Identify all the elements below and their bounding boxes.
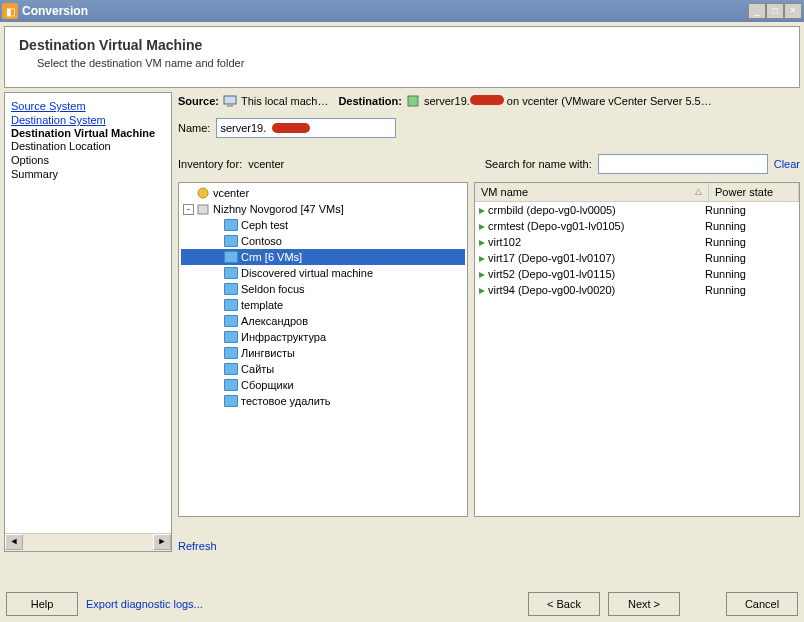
tree-folder-8[interactable]: Лингвисты <box>181 345 465 361</box>
export-diagnostic-logs-link[interactable]: Export diagnostic logs... <box>86 598 203 610</box>
refresh-link[interactable]: Refresh <box>178 540 800 552</box>
tree-folder-1[interactable]: Contoso <box>181 233 465 249</box>
search-label: Search for name with: <box>485 158 592 170</box>
svg-rect-2 <box>408 96 418 106</box>
server-icon <box>406 94 420 108</box>
window-title: Conversion <box>22 4 748 18</box>
folder-icon <box>224 331 238 343</box>
help-button[interactable]: Help <box>6 592 78 616</box>
vm-state: Running <box>705 220 795 232</box>
vm-list-panel: VM name△ Power state ▸crmbild (depo-vg0-… <box>474 182 800 517</box>
close-button[interactable]: × <box>784 3 802 19</box>
vm-state: Running <box>705 236 795 248</box>
wizard-steps-sidebar: Source SystemDestination SystemDestinati… <box>4 92 172 552</box>
vm-state: Running <box>705 268 795 280</box>
vm-running-icon: ▸ <box>479 203 485 217</box>
app-icon: ◧ <box>2 3 18 19</box>
tree-folder-7[interactable]: Инфраструктура <box>181 329 465 345</box>
vm-row-5[interactable]: ▸virt94 (Depo-vg00-lv0020)Running <box>475 282 799 298</box>
name-label: Name: <box>178 122 210 134</box>
page-subtitle: Select the destination VM name and folde… <box>19 57 785 69</box>
folder-icon <box>224 283 238 295</box>
folder-icon <box>224 315 238 327</box>
vm-running-icon: ▸ <box>479 219 485 233</box>
wizard-header: Destination Virtual Machine Select the d… <box>4 26 800 88</box>
vm-name-column[interactable]: VM name <box>481 186 528 198</box>
vm-running-icon: ▸ <box>479 283 485 297</box>
svg-rect-0 <box>224 96 236 104</box>
tree-folder-0[interactable]: Ceph test <box>181 217 465 233</box>
scroll-left-button[interactable]: ◄ <box>5 534 23 550</box>
inventory-tree[interactable]: vcenter-Nizhny Novgorod [47 VMs]Ceph tes… <box>178 182 468 517</box>
search-input[interactable] <box>598 154 768 174</box>
tree-folder-5[interactable]: template <box>181 297 465 313</box>
wizard-footer: Help Export diagnostic logs... < Back Ne… <box>6 592 798 616</box>
folder-icon <box>224 379 238 391</box>
folder-icon <box>224 299 238 311</box>
wizard-step-5: Summary <box>11 167 165 181</box>
folder-icon <box>224 267 238 279</box>
wizard-step-4: Options <box>11 153 165 167</box>
vm-name: virt94 (Depo-vg00-lv0020) <box>488 284 615 296</box>
vm-name: virt102 <box>488 236 521 248</box>
vm-row-4[interactable]: ▸virt52 (Depo-vg01-lv0115)Running <box>475 266 799 282</box>
sort-asc-icon: △ <box>695 186 702 198</box>
source-value: This local mach… <box>241 95 328 107</box>
vm-row-3[interactable]: ▸virt17 (Depo-vg01-lv0107)Running <box>475 250 799 266</box>
source-dest-summary: Source: This local mach… Destination: se… <box>178 92 800 110</box>
minimize-button[interactable]: _ <box>748 3 766 19</box>
vm-row-0[interactable]: ▸crmbild (depo-vg0-lv0005)Running <box>475 202 799 218</box>
vm-state: Running <box>705 252 795 264</box>
tree-folder-9[interactable]: Сайты <box>181 361 465 377</box>
folder-icon <box>224 219 238 231</box>
inventory-value: vcenter <box>248 158 284 170</box>
tree-folder-6[interactable]: Александров <box>181 313 465 329</box>
vm-row-2[interactable]: ▸virt102Running <box>475 234 799 250</box>
vm-running-icon: ▸ <box>479 235 485 249</box>
tree-folder-11[interactable]: тестовое удалить <box>181 393 465 409</box>
redacted-text <box>470 95 504 105</box>
destination-value: server19. on vcenter (VMware vCenter Ser… <box>424 95 712 107</box>
vm-running-icon: ▸ <box>479 251 485 265</box>
maximize-button[interactable]: □ <box>766 3 784 19</box>
folder-icon <box>224 251 238 263</box>
cancel-button[interactable]: Cancel <box>726 592 798 616</box>
computer-icon <box>223 94 237 108</box>
vm-name: crmbild (depo-vg0-lv0005) <box>488 204 616 216</box>
vm-state: Running <box>705 284 795 296</box>
wizard-step-2: Destination Virtual Machine <box>11 127 165 139</box>
vm-table-header[interactable]: VM name△ Power state <box>475 183 799 202</box>
vm-name: crmtest (Depo-vg01-lv0105) <box>488 220 624 232</box>
tree-folder-4[interactable]: Seldon focus <box>181 281 465 297</box>
tree-datacenter[interactable]: -Nizhny Novgorod [47 VMs] <box>181 201 465 217</box>
tree-folder-3[interactable]: Discovered virtual machine <box>181 265 465 281</box>
folder-icon <box>224 235 238 247</box>
vcenter-icon <box>196 186 210 200</box>
folder-icon <box>224 347 238 359</box>
tree-root[interactable]: vcenter <box>181 185 465 201</box>
vm-name: virt52 (Depo-vg01-lv0115) <box>488 268 615 280</box>
wizard-step-1[interactable]: Destination System <box>11 113 165 127</box>
wizard-step-0[interactable]: Source System <box>11 99 165 113</box>
svg-point-3 <box>198 188 208 198</box>
tree-folder-2[interactable]: Crm [6 VMs] <box>181 249 465 265</box>
main-panel: Source: This local mach… Destination: se… <box>178 92 800 552</box>
power-state-column[interactable]: Power state <box>709 183 799 201</box>
source-label: Source: <box>178 95 219 107</box>
vm-name: virt17 (Depo-vg01-lv0107) <box>488 252 615 264</box>
folder-icon <box>224 363 238 375</box>
clear-link[interactable]: Clear <box>774 158 800 170</box>
svg-rect-1 <box>227 105 233 107</box>
back-button[interactable]: < Back <box>528 592 600 616</box>
vm-running-icon: ▸ <box>479 267 485 281</box>
page-title: Destination Virtual Machine <box>19 37 785 53</box>
svg-rect-4 <box>198 205 208 214</box>
vm-row-1[interactable]: ▸crmtest (Depo-vg01-lv0105)Running <box>475 218 799 234</box>
sidebar-scrollbar[interactable]: ◄ ► <box>5 533 171 551</box>
title-bar: ◧ Conversion _ □ × <box>0 0 804 22</box>
tree-folder-10[interactable]: Сборщики <box>181 377 465 393</box>
wizard-step-3: Destination Location <box>11 139 165 153</box>
collapse-icon[interactable]: - <box>183 204 194 215</box>
next-button[interactable]: Next > <box>608 592 680 616</box>
scroll-right-button[interactable]: ► <box>153 534 171 550</box>
